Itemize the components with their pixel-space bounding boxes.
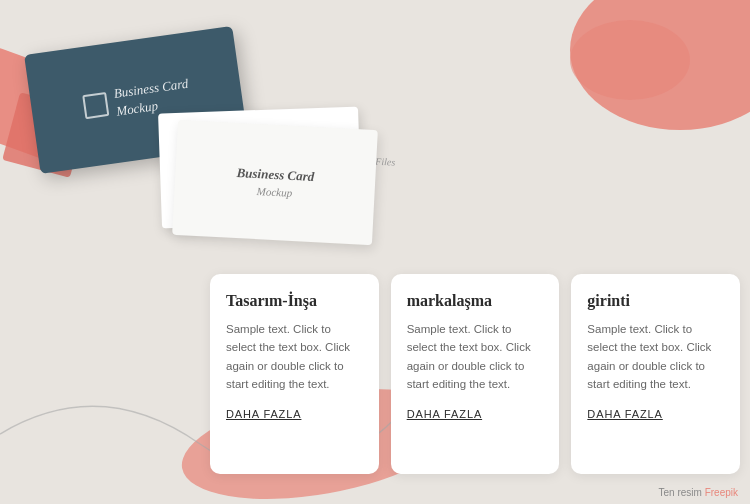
card-1: Tasarım-İnşa Sample text. Click to selec…: [210, 274, 379, 474]
decorative-shape-top-right-2: [570, 20, 690, 100]
card-icon: [82, 92, 109, 119]
business-card-white-front: Business Card Mockup: [172, 120, 378, 245]
footer-text: Ten resim: [659, 487, 702, 498]
footer-link[interactable]: Freepik: [705, 487, 738, 498]
cards-container: Tasarım-İnşa Sample text. Click to selec…: [210, 274, 740, 474]
card-white-front-text: Business Card Mockup: [235, 162, 314, 202]
card-3-body: Sample text. Click to select the text bo…: [587, 320, 724, 394]
card-1-body: Sample text. Click to select the text bo…: [226, 320, 363, 394]
card-2-title: markalaşma: [407, 292, 544, 310]
card-3: girinti Sample text. Click to select the…: [571, 274, 740, 474]
card-3-title: girinti: [587, 292, 724, 310]
footer: Ten resim Freepik: [659, 487, 739, 498]
card-3-link[interactable]: DAHA FAZLA: [587, 408, 724, 420]
card-1-link[interactable]: DAHA FAZLA: [226, 408, 363, 420]
card-2-link[interactable]: DAHA FAZLA: [407, 408, 544, 420]
card-1-title: Tasarım-İnşa: [226, 292, 363, 310]
card-2-body: Sample text. Click to select the text bo…: [407, 320, 544, 394]
background: Business Card Mockup Business Card Mocku…: [0, 0, 750, 504]
card-2: markalaşma Sample text. Click to select …: [391, 274, 560, 474]
